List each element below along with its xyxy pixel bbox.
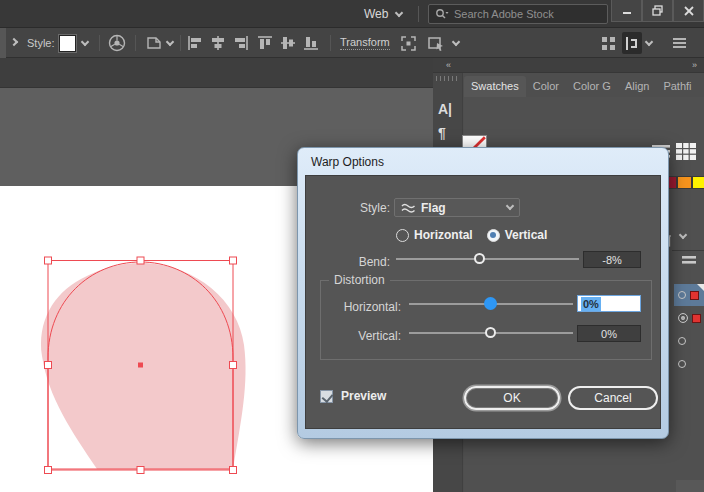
dialog-body: Style: Flag Horizontal Vertical — [305, 175, 661, 429]
align-horizontal-center-button[interactable] — [210, 28, 226, 58]
style-swatch[interactable] — [59, 28, 76, 58]
tab-color[interactable]: Color — [526, 76, 566, 97]
preview-option[interactable]: Preview — [320, 389, 386, 403]
close-button[interactable] — [673, 0, 704, 22]
warp-style-value: Flag — [421, 201, 446, 215]
bend-label: Bend: — [306, 255, 390, 269]
chevron-down-icon — [395, 8, 403, 16]
panel-edge — [0, 28, 6, 58]
distortion-vertical-field[interactable]: 0% — [577, 325, 641, 342]
workspace-switcher[interactable]: Web — [364, 5, 402, 23]
grid-view-icon[interactable] — [676, 143, 696, 160]
collapse-right-icon[interactable]: » — [692, 60, 696, 70]
bend-value-field[interactable]: -8% — [583, 251, 641, 268]
style-dropdown-button[interactable] — [82, 28, 88, 58]
align-options-dropdown[interactable] — [453, 28, 459, 58]
radio-horizontal[interactable]: Horizontal — [396, 228, 473, 242]
paragraph-panel-icon[interactable]: ¶ — [438, 125, 446, 141]
row-corner-fold — [697, 284, 704, 291]
distortion-horizontal-slider[interactable] — [409, 297, 573, 310]
distortion-vertical-slider[interactable] — [409, 326, 573, 339]
chevron-right-icon — [10, 37, 18, 45]
minimize-button[interactable] — [611, 0, 642, 22]
separator — [135, 35, 136, 51]
swatch-color[interactable] — [677, 176, 692, 189]
align-bottom-button[interactable] — [303, 28, 319, 58]
warp-style-dropdown[interactable]: Flag — [394, 198, 520, 217]
chevron-down-icon — [452, 37, 460, 45]
slider-thumb[interactable] — [474, 253, 485, 264]
slider-thumb-active[interactable] — [484, 297, 497, 310]
direction-radios: Horizontal Vertical — [396, 228, 547, 242]
radio-off-icon — [396, 229, 409, 242]
workspace-grid-button[interactable] — [601, 28, 616, 58]
distortion-label: Distortion — [329, 273, 390, 287]
panel-scroll-chevron[interactable] — [680, 227, 686, 241]
slider-track — [396, 258, 579, 260]
slider-thumb[interactable] — [485, 327, 496, 338]
align-to-selection-button[interactable] — [400, 28, 417, 58]
tab-pathfinder[interactable]: Pathfi — [656, 76, 698, 97]
minimize-icon — [622, 6, 632, 16]
align-top-button[interactable] — [257, 28, 273, 58]
tab-color-guide[interactable]: Color G — [566, 76, 618, 97]
fit-corners-icon — [400, 35, 417, 52]
align-vertical-center-icon — [280, 35, 296, 51]
dock-grip[interactable] — [436, 76, 459, 81]
style-field-label: Style: — [326, 201, 390, 215]
control-bar-menu-button[interactable] — [672, 28, 687, 58]
collapse-left-icon[interactable]: « — [446, 60, 450, 70]
dock-header: « » — [433, 58, 704, 73]
distortion-vertical-value: 0% — [601, 328, 617, 340]
recolor-artwork-button[interactable] — [108, 28, 126, 58]
align-to-artboard-button[interactable] — [427, 28, 446, 58]
document-dropdown[interactable] — [167, 28, 173, 58]
document-setup-button[interactable] — [145, 28, 163, 58]
character-panel-icon[interactable]: A| — [438, 101, 452, 117]
appearance-row-selected[interactable] — [674, 284, 704, 306]
radio-vertical-label: Vertical — [505, 228, 548, 242]
style-label: Style: — [27, 28, 55, 58]
transform-link[interactable]: Transform — [340, 28, 390, 58]
target-circle-icon — [678, 337, 686, 345]
dock-options-dropdown[interactable] — [646, 28, 652, 58]
swatch-color[interactable] — [692, 176, 704, 189]
distortion-group: Distortion Horizontal: 0% Vertical: 0% — [320, 280, 652, 360]
expand-panel-button[interactable] — [11, 28, 17, 58]
bend-slider[interactable] — [396, 252, 579, 265]
warped-shape[interactable] — [41, 263, 245, 469]
restore-button[interactable] — [642, 0, 673, 22]
document-corner-icon — [145, 35, 163, 51]
chevron-down-icon — [506, 202, 514, 210]
panel-dock-toggle[interactable] — [622, 32, 642, 54]
align-vertical-center-button[interactable] — [280, 28, 296, 58]
search-icon — [435, 8, 449, 20]
titlebar-separator — [418, 6, 419, 22]
distortion-horizontal-label: Horizontal: — [321, 300, 401, 314]
illustrator-window: Web Search Adobe Stock — [0, 0, 704, 492]
restore-icon — [652, 5, 663, 16]
distortion-horizontal-field[interactable]: 0% — [577, 295, 641, 312]
chevron-down-icon — [81, 37, 89, 45]
align-right-button[interactable] — [233, 28, 249, 58]
checkbox-checked-icon[interactable] — [320, 390, 333, 403]
chevron-down-icon — [645, 37, 653, 45]
appearance-row[interactable] — [674, 330, 704, 352]
artboard-pointer-icon — [427, 35, 446, 52]
preview-label: Preview — [341, 389, 386, 403]
flag-style-icon — [401, 202, 416, 214]
align-left-button[interactable] — [187, 28, 203, 58]
tab-align[interactable]: Align — [618, 76, 656, 97]
appearance-row[interactable] — [674, 353, 704, 375]
cancel-button[interactable]: Cancel — [568, 386, 658, 410]
adobe-stock-search-input[interactable]: Search Adobe Stock — [428, 4, 608, 24]
bend-value: -8% — [602, 254, 622, 266]
tab-swatches[interactable]: Swatches — [464, 76, 526, 97]
appearance-menu-icon[interactable] — [682, 256, 696, 264]
align-left-icon — [187, 35, 203, 51]
panel-bottom-strip — [676, 480, 704, 492]
ok-button[interactable]: OK — [464, 386, 560, 410]
radio-vertical[interactable]: Vertical — [487, 228, 548, 242]
search-placeholder: Search Adobe Stock — [454, 8, 554, 20]
appearance-row[interactable] — [674, 307, 704, 329]
